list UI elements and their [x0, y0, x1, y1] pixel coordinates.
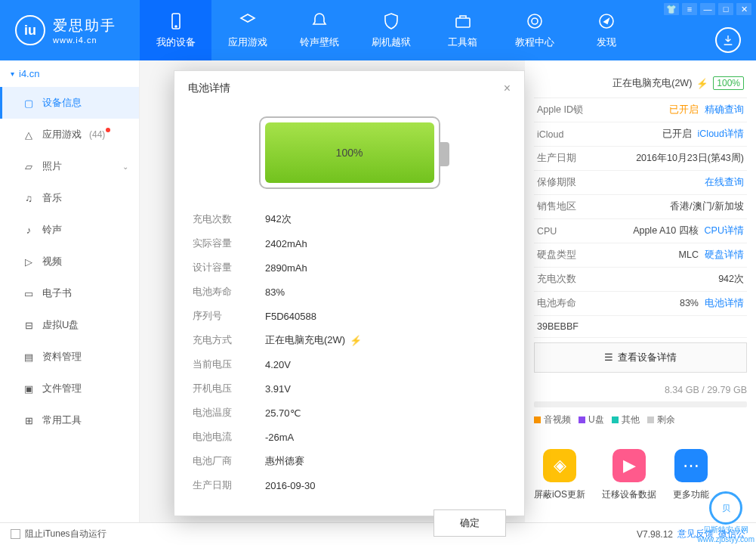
sidebar-item-tools[interactable]: ⊞常用工具 [0, 404, 139, 436]
tab-my-device[interactable]: 我的设备 [140, 0, 211, 60]
sidebar-item-usb[interactable]: ⊟虚拟U盘 [0, 309, 139, 341]
logo: iu 爱思助手 www.i4.cn [0, 0, 140, 60]
shield-icon [382, 11, 400, 31]
sidebar: i4.cn ▢设备信息 △应用游戏(44) ▱照片⌄ ♫音乐 ♪铃声 ▷视频 ▭… [0, 60, 140, 522]
battery-row: 电池寿命83% [193, 280, 506, 304]
book-icon: ▭ [23, 288, 35, 299]
phone-icon [167, 11, 185, 31]
tab-toolbox[interactable]: 工具箱 [427, 0, 498, 60]
quick-migrate-data[interactable]: ▶迁移设备数据 [602, 449, 656, 501]
app-subtitle: www.i4.cn [53, 36, 116, 45]
menu-button[interactable]: ≡ [682, 3, 697, 15]
modal-close-button[interactable]: × [504, 82, 511, 95]
bolt-icon: ⚡ [350, 335, 362, 346]
download-button[interactable] [715, 27, 741, 53]
music-icon: ♫ [23, 193, 35, 204]
info-row: 电池寿命83%电池详情 [534, 292, 747, 316]
info-row: 生产日期2016年10月23日(第43周) [534, 147, 747, 171]
photo-icon: ▱ [23, 161, 35, 172]
compass-icon [597, 11, 616, 31]
info-link[interactable]: 电池详情 [705, 298, 744, 308]
tab-discover[interactable]: 发现 [570, 0, 642, 60]
battery-row: 充电方式正在电脑充电(2W) ⚡ [193, 328, 506, 352]
info-row: Apple ID锁已开启精确查询 [534, 98, 747, 122]
charging-status: 正在电脑充电(2W) ⚡ 100% [534, 72, 747, 98]
app-header: iu 爱思助手 www.i4.cn 我的设备 应用游戏 铃声壁纸 刷机越狱 工具… [0, 0, 756, 60]
info-link[interactable]: CPU详情 [705, 225, 744, 236]
apps-icon: △ [23, 129, 35, 141]
quick-block-ios-update[interactable]: ◈屏蔽iOS更新 [534, 449, 585, 501]
info-row: 硬盘类型MLC硬盘详情 [534, 243, 747, 268]
book-icon [526, 11, 544, 31]
close-button[interactable]: ✕ [736, 3, 751, 15]
data-icon: ▤ [23, 351, 35, 363]
chevron-down-icon: ⌄ [122, 163, 128, 171]
logo-icon: iu [15, 15, 45, 45]
tab-flash[interactable]: 刷机越狱 [355, 0, 427, 60]
bolt-icon: ⚡ [696, 78, 708, 89]
tab-tutorial[interactable]: 教程中心 [498, 0, 570, 60]
folder-icon: ▣ [23, 383, 35, 395]
sidebar-item-data[interactable]: ▤资料管理 [0, 341, 139, 373]
svg-point-1 [175, 26, 177, 27]
version-label: V7.98.12 [637, 529, 673, 540]
info-link[interactable]: 硬盘详情 [705, 249, 744, 260]
info-row: 保修期限在线查询 [534, 171, 747, 195]
info-row: iCloud已开启iCloud详情 [534, 122, 747, 147]
app-title: 爱思助手 [53, 16, 116, 36]
battery-row: 设计容量2890mAh [193, 255, 506, 280]
tab-ringtones[interactable]: 铃声壁纸 [283, 0, 355, 60]
skin-button[interactable]: 👕 [664, 3, 679, 15]
info-row: CPUApple A10 四核CPU详情 [534, 219, 747, 243]
battery-row: 电池电流-26mA [193, 425, 506, 449]
grid-icon: ⊞ [23, 415, 35, 426]
update-dot-icon [106, 128, 110, 132]
tab-apps[interactable]: 应用游戏 [211, 0, 283, 60]
feedback-link[interactable]: 意见反馈 [677, 528, 714, 540]
svg-rect-2 [456, 18, 470, 27]
sidebar-item-apps[interactable]: △应用游戏(44) [0, 119, 139, 150]
bell-icon: ♪ [23, 225, 35, 236]
shield-icon: ◈ [543, 449, 576, 482]
modal-ok-button[interactable]: 确定 [434, 509, 506, 537]
sidebar-device-header[interactable]: i4.cn [0, 60, 139, 87]
wechat-link[interactable]: 微信公 [718, 528, 745, 540]
battery-row: 序列号F5D640588 [193, 304, 506, 328]
modal-title: 电池详情 [188, 82, 230, 95]
battery-row: 充电次数942次 [193, 207, 506, 231]
maximize-button[interactable]: □ [718, 3, 733, 15]
sidebar-item-ebook[interactable]: ▭电子书 [0, 277, 139, 309]
apps-icon [239, 11, 257, 31]
info-link[interactable]: 精确查询 [705, 104, 744, 115]
info-row: 销售地区香港/澳门/新加坡 [534, 195, 747, 219]
block-itunes-label[interactable]: 阻止iTunes自动运行 [25, 528, 106, 540]
device-info-panel: 正在电脑充电(2W) ⚡ 100% Apple ID锁已开启精确查询iCloud… [525, 60, 756, 522]
serial-tail: 39BEBBF [534, 316, 747, 338]
info-link[interactable]: iCloud详情 [698, 129, 744, 139]
svg-point-3 [528, 14, 542, 28]
sidebar-item-photos[interactable]: ▱照片⌄ [0, 150, 139, 182]
battery-row: 当前电压4.20V [193, 352, 506, 376]
battery-detail-modal: 电池详情 × 100% 充电次数942次实际容量2402mAh设计容量2890m… [174, 70, 525, 516]
device-icon: ▢ [23, 98, 35, 109]
svg-point-4 [532, 18, 538, 24]
info-link[interactable]: 在线查询 [705, 177, 744, 187]
sidebar-item-music[interactable]: ♫音乐 [0, 182, 139, 214]
battery-row: 生产日期2016-09-30 [193, 473, 506, 497]
usb-icon: ⊟ [23, 320, 35, 331]
sidebar-item-ringtones[interactable]: ♪铃声 [0, 214, 139, 246]
video-icon: ▷ [23, 256, 35, 268]
storage-legend: 音视频 U盘 其他 剩余 [534, 413, 747, 426]
toolbox-icon [454, 11, 472, 31]
quick-more[interactable]: ⋯更多功能 [673, 449, 709, 501]
transfer-icon: ▶ [613, 449, 646, 482]
sidebar-item-video[interactable]: ▷视频 [0, 246, 139, 277]
sidebar-item-device-info[interactable]: ▢设备信息 [0, 87, 139, 119]
block-itunes-checkbox[interactable] [11, 529, 20, 539]
battery-row: 电池温度25.70℃ [193, 401, 506, 425]
battery-graphic: 100% [174, 106, 524, 207]
battery-row: 实际容量2402mAh [193, 231, 506, 255]
minimize-button[interactable]: — [700, 3, 715, 15]
view-device-detail-button[interactable]: ☰查看设备详情 [534, 342, 747, 373]
sidebar-item-files[interactable]: ▣文件管理 [0, 373, 139, 404]
